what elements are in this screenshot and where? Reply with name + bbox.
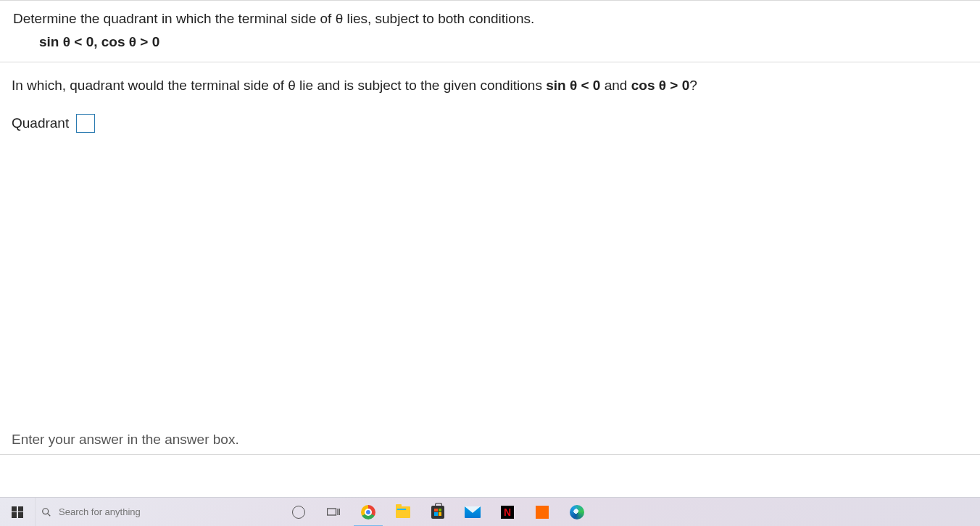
taskbar-search[interactable] [35, 498, 281, 527]
store-icon [430, 504, 446, 520]
windows-logo-icon [12, 506, 23, 518]
sub-question: In which, quadrant would the terminal si… [0, 62, 980, 96]
answer-label: Quadrant [12, 115, 69, 131]
subq-suffix: ? [689, 78, 697, 93]
orange-app[interactable] [525, 498, 560, 527]
edge-app[interactable] [560, 498, 594, 527]
content-area: Determine the quadrant in which the term… [0, 0, 980, 133]
quadrant-input[interactable] [76, 114, 95, 133]
svg-rect-2 [328, 509, 336, 515]
problem-conditions: sin θ < 0, cos θ > 0 [0, 34, 980, 62]
subq-prefix: In which, quadrant would the terminal si… [12, 78, 546, 93]
start-button[interactable] [0, 498, 35, 527]
task-view-icon [325, 504, 341, 520]
circle-icon [291, 504, 307, 520]
taskbar-apps: N [281, 498, 594, 527]
subq-mid: and [600, 78, 631, 93]
answer-row: Quadrant [0, 96, 980, 133]
svg-point-0 [43, 508, 49, 514]
netflix-icon: N [499, 504, 515, 520]
windows-taskbar: N [0, 497, 980, 526]
file-explorer-app[interactable] [386, 498, 420, 527]
instruction-text: Enter your answer in the answer box. [12, 432, 239, 448]
chrome-icon [360, 504, 376, 520]
folder-icon [395, 504, 411, 520]
svg-line-1 [48, 513, 50, 515]
edge-icon [569, 504, 585, 520]
problem-statement: Determine the quadrant in which the term… [0, 1, 980, 34]
netflix-app[interactable]: N [490, 498, 525, 527]
orange-app-icon [534, 504, 550, 520]
task-view-button[interactable] [316, 498, 351, 527]
subq-cond1: sin θ < 0 [546, 78, 600, 93]
search-input[interactable] [59, 506, 262, 517]
subq-cond2: cos θ > 0 [631, 78, 690, 93]
search-icon [41, 507, 51, 517]
divider-bottom [0, 454, 980, 455]
mail-app[interactable] [455, 498, 490, 527]
cortana-button[interactable] [281, 498, 316, 527]
microsoft-store-app[interactable] [420, 498, 455, 527]
mail-icon [465, 504, 481, 520]
chrome-app[interactable] [351, 498, 386, 527]
page-root: Determine the quadrant in which the term… [0, 0, 980, 526]
